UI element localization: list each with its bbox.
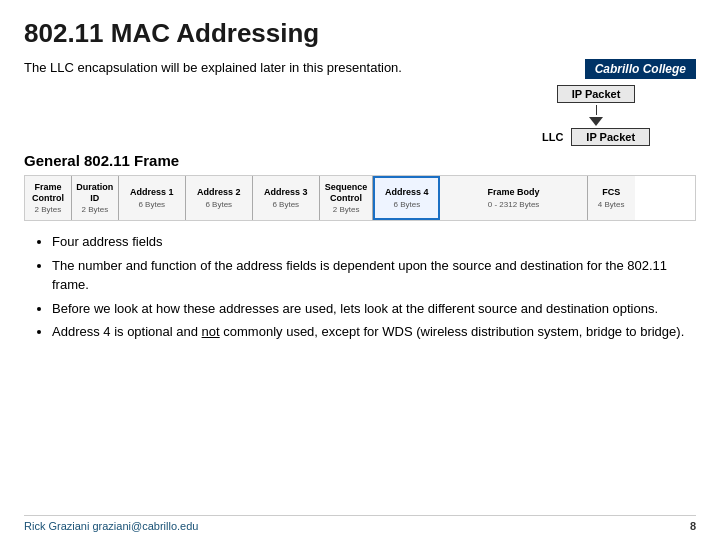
bullet-list: Four address fieldsThe number and functi… xyxy=(24,233,696,342)
frame-cell-address-3: Address 36 Bytes xyxy=(253,176,320,220)
llc-row: LLC IP Packet xyxy=(542,128,650,146)
frame-cell-address-2: Address 26 Bytes xyxy=(186,176,253,220)
bullet-item-2: Before we look at how these addresses ar… xyxy=(52,300,696,319)
frame-cell-sequence-control: Sequence Control2 Bytes xyxy=(320,176,374,220)
page: 802.11 MAC Addressing The LLC encapsulat… xyxy=(0,0,720,540)
frame-cell-address-1: Address 16 Bytes xyxy=(119,176,186,220)
llc-description: The LLC encapsulation will be explained … xyxy=(24,59,476,77)
footer-email: Rick Graziani graziani@cabrillo.edu xyxy=(24,520,198,532)
frame-section-label: General 802.11 Frame xyxy=(24,152,696,169)
llc-label: LLC xyxy=(542,131,563,143)
frame-cell-fcs: FCS4 Bytes xyxy=(588,176,635,220)
frame-cell-duration-id: Duration ID2 Bytes xyxy=(72,176,119,220)
bullet-item-1: The number and function of the address f… xyxy=(52,257,696,295)
arrow-down-icon xyxy=(589,117,603,126)
ip-packet-top: IP Packet xyxy=(557,85,636,103)
ip-packet-bottom: IP Packet xyxy=(571,128,650,146)
footer: Rick Graziani graziani@cabrillo.edu 8 xyxy=(24,515,696,532)
footer-page: 8 xyxy=(690,520,696,532)
bullet-item-0: Four address fields xyxy=(52,233,696,252)
cabrillo-logo: Cabrillo College xyxy=(585,59,696,79)
frame-cell-frame-control: Frame Control2 Bytes xyxy=(25,176,72,220)
llc-text: The LLC encapsulation will be explained … xyxy=(24,60,402,75)
frame-diagram: Frame Control2 BytesDuration ID2 BytesAd… xyxy=(24,175,696,221)
frame-cell-address-4: Address 46 Bytes xyxy=(373,176,440,220)
frame-cell-frame-body: Frame Body0 - 2312 Bytes xyxy=(440,176,587,220)
page-title: 802.11 MAC Addressing xyxy=(24,18,696,49)
bullet-item-3: Address 4 is optional and not commonly u… xyxy=(52,323,696,342)
